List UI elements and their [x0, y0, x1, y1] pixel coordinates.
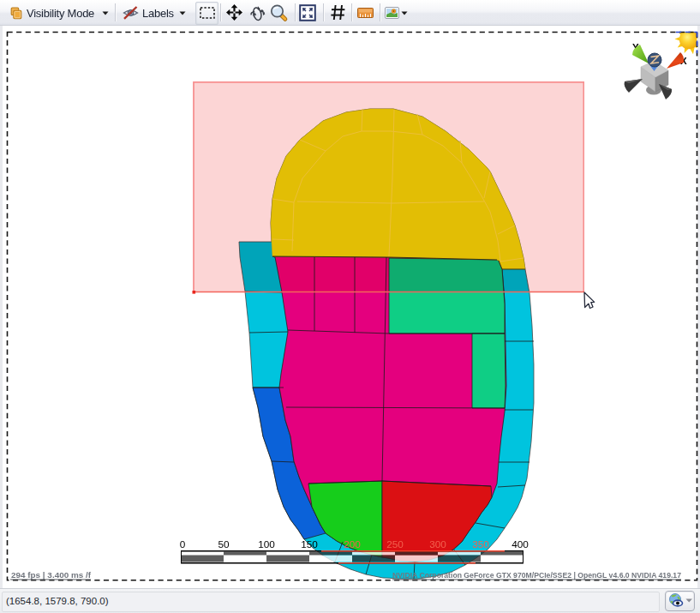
svg-text:350: 350	[472, 538, 489, 550]
svg-text:0: 0	[180, 538, 186, 550]
svg-text:50: 50	[218, 538, 230, 550]
svg-text:250: 250	[386, 538, 404, 550]
svg-text:100: 100	[258, 538, 275, 550]
svg-text:300: 300	[429, 538, 446, 550]
svg-text:400: 400	[512, 538, 529, 550]
svg-text:294 fps | 3.400 ms /f: 294 fps | 3.400 ms /f	[11, 571, 92, 580]
svg-text:NVIDIA Corporation GeForce GTX: NVIDIA Corporation GeForce GTX 970M/PCIe…	[392, 571, 681, 580]
svg-text:150: 150	[301, 538, 318, 550]
svg-text:200: 200	[344, 538, 361, 550]
